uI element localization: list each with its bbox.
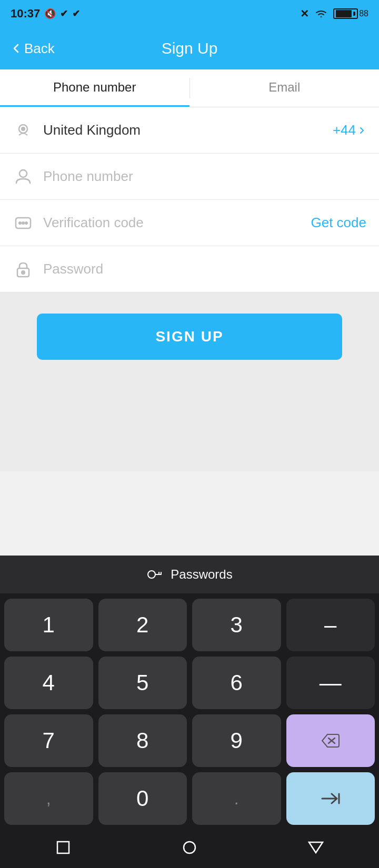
password-input[interactable] <box>43 261 366 277</box>
status-icons: ✕ 88 <box>300 7 368 20</box>
back-label: Back <box>24 41 55 57</box>
get-code-button[interactable]: Get code <box>311 215 366 231</box>
nav-square[interactable] <box>55 840 71 859</box>
key-period[interactable]: . <box>192 772 281 825</box>
person-icon <box>13 166 34 187</box>
wifi-icon <box>313 8 329 19</box>
key-dash2[interactable]: — <box>286 657 375 709</box>
verification-row[interactable]: Get code <box>0 200 379 246</box>
verification-input[interactable] <box>43 215 301 231</box>
phone-input-container[interactable] <box>43 168 366 185</box>
key-0[interactable]: 0 <box>98 772 187 825</box>
key-2[interactable]: 2 <box>98 599 187 651</box>
keyboard: Passwords 1 2 3 – 4 5 6 — 7 8 9 , 0 . <box>0 556 379 868</box>
password-input-container[interactable] <box>43 261 366 277</box>
next-icon <box>320 791 341 806</box>
country-code[interactable]: +44 <box>333 122 366 138</box>
country-row[interactable]: United Kingdom +44 <box>0 107 379 154</box>
key-backspace[interactable] <box>286 714 375 767</box>
key-5[interactable]: 5 <box>98 657 187 709</box>
keyboard-top-bar: Passwords <box>0 556 379 593</box>
message-icon <box>13 213 34 234</box>
key-6[interactable]: 6 <box>192 657 281 709</box>
phone-input[interactable] <box>43 168 366 185</box>
key-7[interactable]: 7 <box>4 714 93 767</box>
passwords-label: Passwords <box>171 567 232 582</box>
signup-button[interactable]: SIGN UP <box>37 314 342 360</box>
backspace-icon <box>320 733 341 749</box>
back-button[interactable]: Back <box>11 41 55 57</box>
page-title: Sign Up <box>162 39 218 57</box>
battery-level: 88 <box>359 9 368 18</box>
lock-icon <box>13 259 34 280</box>
svg-point-9 <box>148 571 155 578</box>
svg-point-1 <box>22 127 25 130</box>
svg-point-12 <box>184 842 195 853</box>
password-row[interactable] <box>0 246 379 292</box>
status-bar: 10:37 🔇 ✔ ✔ ✕ 88 <box>0 0 379 27</box>
header: Back Sign Up <box>0 27 379 69</box>
tab-email[interactable]: Email <box>190 69 380 107</box>
key-comma[interactable]: , <box>4 772 93 825</box>
country-code-value: +44 <box>333 122 356 138</box>
country-label: United Kingdom <box>43 122 323 138</box>
svg-rect-11 <box>57 842 69 853</box>
key-dash1[interactable]: – <box>286 599 375 651</box>
key-3[interactable]: 3 <box>192 599 281 651</box>
circle-icon <box>182 840 197 855</box>
triangle-down-icon <box>308 840 324 855</box>
keyboard-keys: 1 2 3 – 4 5 6 — 7 8 9 , 0 . <box>0 593 379 830</box>
key-next[interactable] <box>286 772 375 825</box>
status-time: 10:37 🔇 ✔ ✔ <box>11 7 80 21</box>
location-icon <box>13 120 34 141</box>
svg-point-4 <box>19 222 21 224</box>
square-icon <box>55 840 71 855</box>
time-display: 10:37 <box>11 7 40 21</box>
key-4[interactable]: 4 <box>4 657 93 709</box>
key-8[interactable]: 8 <box>98 714 187 767</box>
key-1[interactable]: 1 <box>4 599 93 651</box>
svg-point-2 <box>19 170 27 177</box>
svg-point-8 <box>22 271 25 274</box>
svg-point-5 <box>22 222 24 224</box>
svg-point-6 <box>25 222 27 224</box>
chevron-right-icon <box>358 126 366 135</box>
form-area: United Kingdom +44 <box>0 107 379 292</box>
tab-bar: Phone number Email <box>0 69 379 107</box>
nav-triangle[interactable] <box>308 840 324 859</box>
nav-bar <box>0 830 379 868</box>
key-icon <box>146 569 163 580</box>
tab-phone[interactable]: Phone number <box>0 69 190 107</box>
key-9[interactable]: 9 <box>192 714 281 767</box>
verification-input-container[interactable] <box>43 215 301 231</box>
phone-row[interactable] <box>0 154 379 200</box>
gray-section: SIGN UP <box>0 292 379 471</box>
nav-circle[interactable] <box>182 840 197 859</box>
back-icon <box>11 43 22 54</box>
